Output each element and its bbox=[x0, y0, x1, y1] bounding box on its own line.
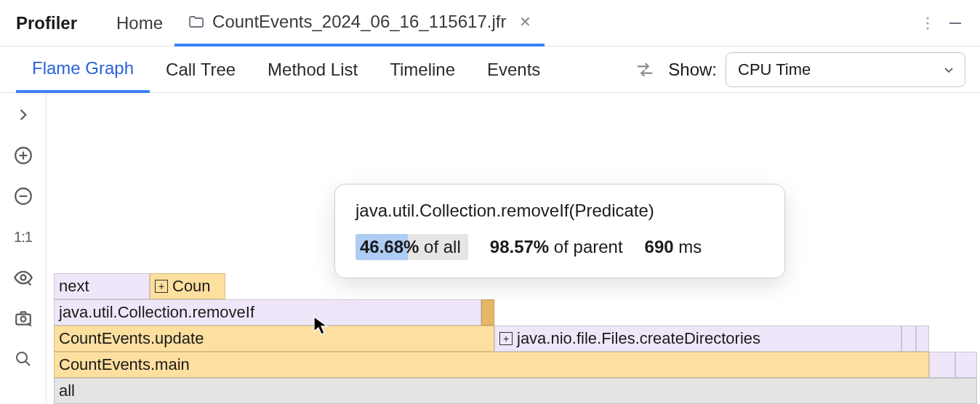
svg-point-2 bbox=[926, 27, 928, 29]
show-value: CPU Time bbox=[738, 60, 811, 79]
tooltip-method: java.util.Collection.removeIf(Predicate) bbox=[356, 201, 764, 221]
flame-frame-label: Coun bbox=[172, 277, 211, 296]
file-tab-label: CountEvents_2024_06_16_115617.jfr bbox=[212, 12, 506, 32]
top-tab-bar: Profiler Home CountEvents_2024_06_16_115… bbox=[0, 0, 980, 47]
expand-right-icon[interactable] bbox=[10, 102, 36, 128]
screenshot-icon[interactable] bbox=[10, 305, 36, 331]
flame-frame-next[interactable]: next bbox=[54, 273, 150, 299]
close-tab-icon[interactable]: ✕ bbox=[519, 13, 531, 31]
profiler-title: Profiler bbox=[16, 13, 77, 33]
minimize-icon[interactable] bbox=[941, 15, 970, 32]
show-dropdown[interactable]: CPU Time bbox=[726, 52, 965, 87]
zoom-out-icon[interactable] bbox=[10, 183, 36, 209]
view-tab-bar: Flame Graph Call Tree Method List Timeli… bbox=[0, 47, 980, 93]
svg-line-13 bbox=[25, 361, 30, 365]
subtab-method-list[interactable]: Method List bbox=[252, 47, 374, 93]
flame-frame-label: java.nio.file.Files.createDirectories bbox=[517, 329, 760, 348]
flame-frame-stub[interactable] bbox=[481, 299, 494, 326]
svg-point-9 bbox=[20, 275, 25, 280]
tooltip-ms: 690 ms bbox=[645, 237, 702, 257]
expand-icon[interactable]: + bbox=[499, 332, 513, 345]
swap-icon[interactable] bbox=[635, 60, 655, 80]
flame-frame-stub[interactable] bbox=[916, 326, 929, 352]
flame-frame-coun[interactable]: + Coun bbox=[150, 273, 225, 299]
show-label: Show: bbox=[668, 60, 717, 80]
show-selector-group: Show: CPU Time bbox=[635, 52, 965, 87]
tab-file[interactable]: CountEvents_2024_06_16_115617.jfr ✕ bbox=[174, 0, 545, 47]
tooltip-pct-parent: 98.57% of parent bbox=[490, 237, 623, 257]
zoom-in-icon[interactable] bbox=[10, 142, 36, 169]
flame-frame-update[interactable]: CountEvents.update bbox=[54, 326, 494, 352]
flame-frame-stub[interactable] bbox=[955, 352, 977, 378]
subtab-call-tree[interactable]: Call Tree bbox=[150, 47, 252, 93]
flame-frame-all[interactable]: all bbox=[54, 378, 977, 404]
flame-frame-remove-if[interactable]: java.util.Collection.removeIf bbox=[54, 299, 481, 326]
chevron-down-icon bbox=[943, 64, 955, 76]
subtab-flame-graph[interactable]: Flame Graph bbox=[16, 47, 150, 93]
visibility-icon[interactable] bbox=[10, 264, 36, 291]
expand-icon[interactable]: + bbox=[155, 280, 168, 293]
tooltip-pct-all: 46.68% of all bbox=[356, 234, 468, 260]
subtab-timeline[interactable]: Timeline bbox=[374, 47, 471, 93]
tab-home[interactable]: Home bbox=[105, 0, 174, 47]
svg-point-12 bbox=[17, 352, 27, 363]
flame-frame-stub[interactable] bbox=[929, 352, 955, 378]
svg-point-11 bbox=[20, 317, 25, 322]
folder-icon bbox=[188, 13, 205, 31]
search-icon[interactable] bbox=[10, 346, 36, 372]
more-icon[interactable] bbox=[915, 16, 941, 31]
flame-sidebar: 1:1 bbox=[0, 93, 47, 404]
subtab-events[interactable]: Events bbox=[471, 47, 556, 93]
tooltip-stats: 46.68% of all 98.57% of parent 690 ms bbox=[356, 234, 764, 260]
flame-frame-main[interactable]: CountEvents.main bbox=[54, 352, 929, 378]
zoom-reset-button[interactable]: 1:1 bbox=[10, 224, 36, 250]
svg-point-1 bbox=[926, 22, 928, 24]
frame-tooltip: java.util.Collection.removeIf(Predicate)… bbox=[334, 184, 785, 278]
svg-point-0 bbox=[926, 17, 928, 19]
flame-frame-stub[interactable] bbox=[901, 326, 916, 352]
flame-frame-create-dirs[interactable]: + java.nio.file.Files.createDirectories bbox=[494, 326, 901, 352]
